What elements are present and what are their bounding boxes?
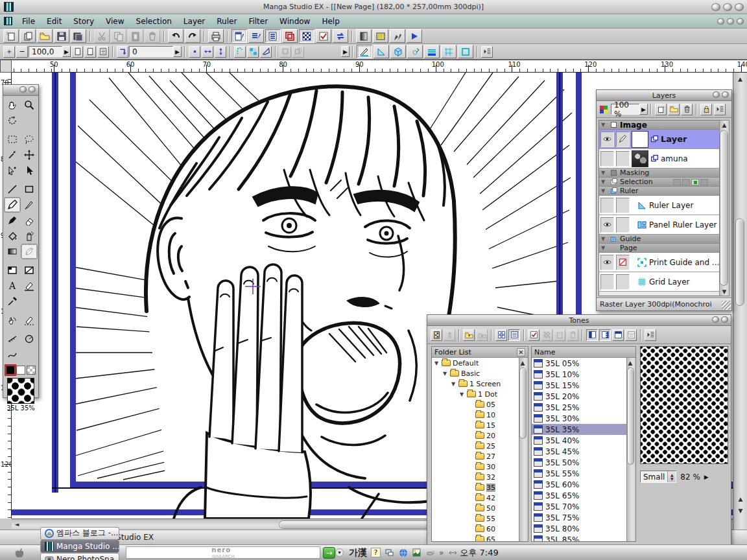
folder-up-button[interactable] <box>463 329 475 341</box>
detail-view-button[interactable] <box>625 329 637 341</box>
gradient-tool[interactable] <box>4 244 21 259</box>
replace-tone-button[interactable] <box>444 329 455 341</box>
list-scroll-up[interactable]: ▲ <box>626 358 635 368</box>
gradation-button[interactable] <box>356 29 372 43</box>
layers-close-button[interactable] <box>722 91 729 98</box>
panel-cut-tool[interactable] <box>21 262 38 278</box>
list-view-button[interactable] <box>508 329 520 341</box>
lock-layer-button[interactable] <box>700 104 712 115</box>
tools-minimize-button[interactable] <box>19 86 27 93</box>
text-tool[interactable]: A <box>4 278 21 294</box>
redo-button[interactable] <box>185 29 200 43</box>
transparent-color-swatch[interactable] <box>27 366 36 375</box>
frame-ruler-button[interactable] <box>458 45 473 58</box>
layer-row-ruler-layer[interactable]: Ruler Layer <box>599 196 720 215</box>
usb-tray-icon[interactable] <box>425 548 435 557</box>
curve-ruler-tool[interactable] <box>4 347 21 362</box>
tone-check-button[interactable] <box>528 329 540 341</box>
folder-tree-item[interactable]: ▼ 65 <box>432 534 519 541</box>
visibility-toggle[interactable] <box>600 198 614 213</box>
toggle-layers-palette-button[interactable] <box>265 29 281 43</box>
zoom-tool[interactable] <box>21 97 38 113</box>
folder-tree-item[interactable]: ▼ 60 <box>432 524 519 534</box>
tone-list-scrollbar[interactable]: ▲ <box>626 358 635 541</box>
menu-item[interactable]: File <box>16 16 41 27</box>
paste-button[interactable] <box>128 29 143 43</box>
focus-lines-ruler-button[interactable] <box>407 45 423 58</box>
toggle-navigator-button[interactable] <box>282 29 298 43</box>
nero-search-deskbar[interactable]: nero@SEARCH <box>126 546 320 559</box>
hand-tool[interactable] <box>4 97 21 113</box>
tone-list-item[interactable]: 35L 50% <box>532 457 626 468</box>
layers-scrollbar[interactable]: ▲ ▼ <box>719 120 729 296</box>
folder-pane-close-icon[interactable]: ✕ <box>517 348 525 356</box>
folder-tree-item[interactable]: ▼ Basic <box>432 368 519 379</box>
folder-tree-item[interactable]: ▼ 35 <box>432 482 519 493</box>
eraser-tool[interactable] <box>21 213 38 228</box>
circle-ruler-tool[interactable] <box>21 331 38 347</box>
tone-list-item[interactable]: 35L 25% <box>532 402 626 413</box>
new-folder-button[interactable] <box>668 104 680 115</box>
expand-arrow-icon[interactable]: ▼ <box>460 391 465 397</box>
save-all-button[interactable] <box>71 29 86 43</box>
zoom-out-button[interactable]: − <box>16 46 28 58</box>
ruler-pen-tool[interactable] <box>21 278 38 294</box>
open-button[interactable] <box>37 29 53 43</box>
tone-list-item[interactable]: 35L 30% <box>532 413 626 424</box>
tone-list-item[interactable]: 35L 20% <box>532 391 626 402</box>
layers-scroll-thumb[interactable] <box>720 130 728 286</box>
pattern-material-button[interactable] <box>373 29 388 43</box>
tone-list-item[interactable]: 35L 15% <box>532 380 626 391</box>
rotate-value-field[interactable]: 0 <box>129 46 173 57</box>
tones-close-button[interactable] <box>721 316 728 323</box>
layers-resize-grip[interactable] <box>722 301 731 310</box>
folder-down-button[interactable] <box>476 329 488 341</box>
layer-section-guide[interactable]: ▼Guide <box>599 235 720 244</box>
frame-option-1-button[interactable] <box>279 46 291 58</box>
thumbnail-view-button[interactable] <box>495 329 507 341</box>
layer-section-image[interactable]: ▼Image <box>599 121 720 130</box>
folder-tree-item[interactable]: ▼ 42 <box>432 493 519 503</box>
frame-option-2-button[interactable] <box>292 46 304 58</box>
new-story-button[interactable] <box>20 29 36 43</box>
delete-layer-button[interactable] <box>681 104 693 115</box>
tone-list-item[interactable]: 35L 80% <box>532 523 626 534</box>
pattern-brush-tool[interactable] <box>21 244 38 259</box>
switch-view-button[interactable] <box>333 29 348 43</box>
expand-arrow-icon[interactable]: ▼ <box>451 381 456 387</box>
zoom-menu-arrow[interactable]: ▶ <box>62 46 71 57</box>
layer-color-icon[interactable] <box>599 104 609 115</box>
new-tone-button[interactable] <box>554 329 565 341</box>
network-activity-icon[interactable]: ‹··› <box>447 548 457 557</box>
folder-tree-item[interactable]: ▼ 20 <box>432 430 519 441</box>
no-print-toggle[interactable] <box>616 255 630 270</box>
marquee-tool[interactable] <box>4 132 21 147</box>
menu-item[interactable]: Window <box>274 16 316 27</box>
finger-smudge-tool[interactable] <box>4 312 21 328</box>
reset-view-button[interactable] <box>189 46 200 58</box>
tone-list-item[interactable]: 35L 60% <box>532 479 626 490</box>
folder-tree-item[interactable]: ▼ 10 <box>432 410 519 420</box>
doc-close-button[interactable] <box>737 18 744 25</box>
layer-section-selection[interactable]: ▼Selection <box>599 178 720 187</box>
tone-list-item[interactable]: 35L 70% <box>532 501 626 512</box>
draw-toggle[interactable] <box>616 132 630 147</box>
snap-ruler-button[interactable] <box>260 46 272 58</box>
deskbar-options-icon[interactable]: ▾ <box>335 548 344 557</box>
tone-list-item[interactable]: 35L 75% <box>532 512 626 523</box>
visibility-toggle[interactable] <box>600 217 614 233</box>
panel-tool[interactable] <box>4 262 21 278</box>
prev-page-button[interactable] <box>71 46 83 58</box>
line-ruler-tool[interactable] <box>4 331 21 347</box>
menu-item[interactable]: View <box>100 16 130 27</box>
delete-tone-button[interactable] <box>567 329 578 341</box>
expand-arrow-icon[interactable]: ▼ <box>434 360 440 366</box>
flip-horizontal-button[interactable] <box>202 46 213 58</box>
object-selector-tool[interactable] <box>21 163 38 178</box>
airbrush-tool[interactable] <box>21 228 38 244</box>
tones-minimize-button[interactable] <box>712 316 719 323</box>
folder-tree-item[interactable]: ▼ 1 Dot <box>432 389 519 399</box>
toggle-tones-palette-button[interactable] <box>299 29 314 43</box>
folder-tree-item[interactable]: ▼ 15 <box>432 420 519 430</box>
layers-minimize-button[interactable] <box>713 91 720 98</box>
